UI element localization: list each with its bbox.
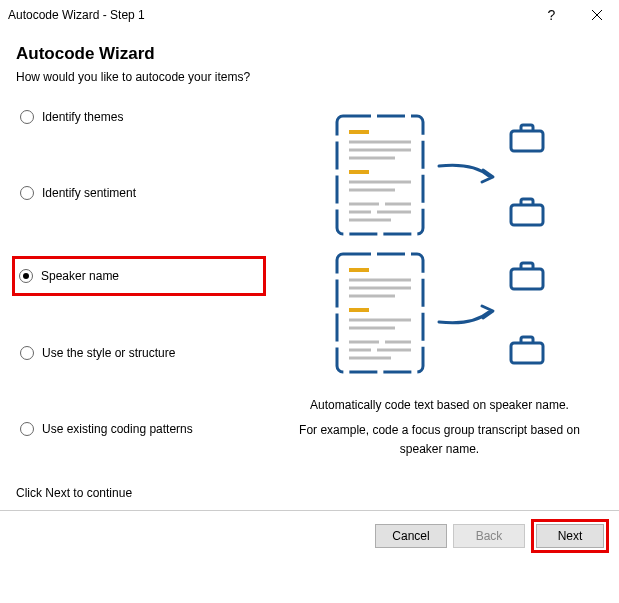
radio-label: Identify themes bbox=[42, 110, 123, 124]
svg-rect-15 bbox=[511, 131, 543, 151]
radio-icon bbox=[20, 186, 34, 200]
radio-existing-patterns[interactable]: Use existing coding patterns bbox=[16, 416, 266, 442]
description-line2: For example, code a focus group transcri… bbox=[284, 421, 595, 459]
radio-label: Use existing coding patterns bbox=[42, 422, 193, 436]
button-label: Back bbox=[476, 529, 503, 543]
briefcase-icon bbox=[509, 261, 545, 291]
window-title: Autocode Wizard - Step 1 bbox=[8, 8, 529, 22]
back-button: Back bbox=[453, 524, 525, 548]
briefcase-icon bbox=[509, 335, 545, 365]
document-icon bbox=[335, 114, 425, 236]
page-title: Autocode Wizard bbox=[16, 44, 603, 64]
content-area: Autocode Wizard How would you like to au… bbox=[0, 30, 619, 500]
radio-identify-sentiment[interactable]: Identify sentiment bbox=[16, 180, 266, 206]
options-column: Identify themes Identify sentiment Speak… bbox=[16, 104, 266, 460]
briefcase-pair bbox=[509, 261, 545, 365]
briefcase-pair bbox=[509, 123, 545, 227]
cancel-button[interactable]: Cancel bbox=[375, 524, 447, 548]
briefcase-icon bbox=[509, 197, 545, 227]
continue-hint: Click Next to continue bbox=[16, 486, 603, 500]
next-button[interactable]: Next bbox=[536, 524, 604, 548]
illustration-bottom bbox=[335, 252, 545, 374]
highlight-speaker-name: Speaker name bbox=[12, 256, 266, 296]
arrow-icon bbox=[437, 160, 497, 190]
highlight-next-button: Next bbox=[531, 519, 609, 553]
radio-label: Identify sentiment bbox=[42, 186, 136, 200]
radio-style-structure[interactable]: Use the style or structure bbox=[16, 340, 266, 366]
help-button[interactable]: ? bbox=[529, 0, 574, 30]
button-label: Cancel bbox=[392, 529, 429, 543]
radio-icon bbox=[20, 422, 34, 436]
radio-identify-themes[interactable]: Identify themes bbox=[16, 104, 266, 130]
briefcase-icon bbox=[509, 123, 545, 153]
radio-icon bbox=[19, 269, 33, 283]
radio-speaker-name[interactable]: Speaker name bbox=[19, 267, 207, 285]
page-subtitle: How would you like to autocode your item… bbox=[16, 70, 603, 84]
main-area: Identify themes Identify sentiment Speak… bbox=[16, 104, 603, 460]
illustration-top bbox=[335, 114, 545, 236]
svg-rect-16 bbox=[511, 205, 543, 225]
document-icon bbox=[335, 252, 425, 374]
radio-label: Use the style or structure bbox=[42, 346, 175, 360]
description-line1: Automatically code text based on speaker… bbox=[284, 396, 595, 415]
button-label: Next bbox=[558, 529, 583, 543]
radio-label: Speaker name bbox=[41, 269, 119, 283]
svg-rect-30 bbox=[511, 269, 543, 289]
radio-icon bbox=[20, 110, 34, 124]
svg-rect-31 bbox=[511, 343, 543, 363]
radio-icon bbox=[20, 346, 34, 360]
titlebar: Autocode Wizard - Step 1 ? bbox=[0, 0, 619, 30]
description: Automatically code text based on speaker… bbox=[276, 396, 603, 460]
footer: Cancel Back Next bbox=[0, 511, 619, 561]
close-icon bbox=[592, 10, 602, 20]
illustration-column: Automatically code text based on speaker… bbox=[276, 104, 603, 460]
arrow-icon bbox=[437, 298, 497, 328]
close-button[interactable] bbox=[574, 0, 619, 30]
